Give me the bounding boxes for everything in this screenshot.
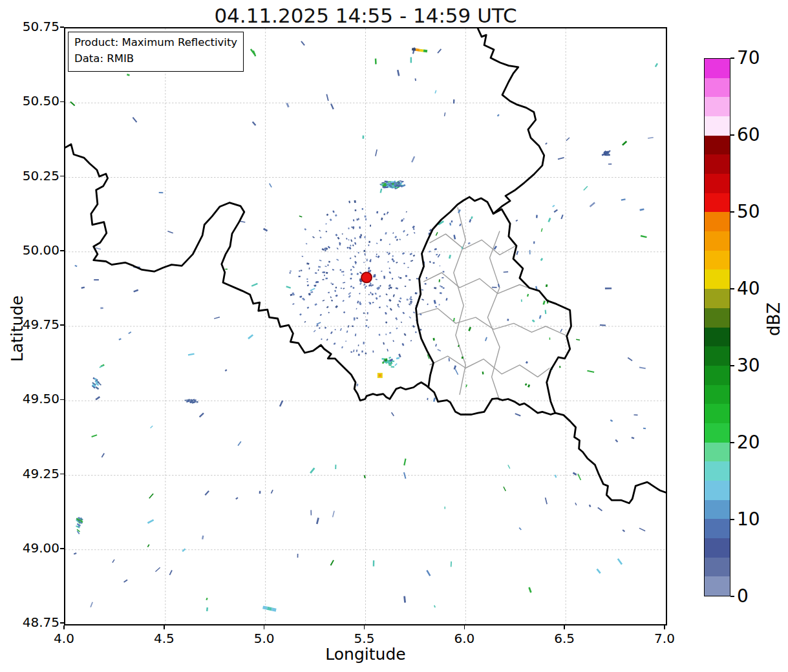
echo-mark <box>410 296 412 298</box>
echo-mark <box>354 242 356 245</box>
echo-mark <box>396 262 398 264</box>
echo-mark <box>409 279 410 280</box>
echo-mark <box>406 211 407 213</box>
echo-mark <box>527 384 530 388</box>
echo-mark <box>169 570 173 575</box>
echo-mark <box>576 339 580 341</box>
echo-mark <box>346 330 348 333</box>
x-tick-label: 7.0 <box>642 631 687 646</box>
colorbar-segment <box>705 327 730 346</box>
echo-mark <box>335 465 336 469</box>
echo-mark <box>307 307 310 309</box>
echo-mark <box>402 252 405 255</box>
echo-mark <box>194 401 196 402</box>
echo-mark <box>147 544 150 547</box>
echo-mark <box>439 279 440 282</box>
echo-mark <box>199 412 204 417</box>
echo-mark <box>335 305 338 308</box>
echo-mark <box>348 201 350 204</box>
echo-mark <box>133 289 138 293</box>
echo-mark <box>575 503 577 505</box>
echo-mark <box>74 552 77 555</box>
echo-mark <box>372 302 374 303</box>
echo-mark <box>410 58 412 63</box>
echo-mark <box>541 228 543 232</box>
echo-mark <box>412 325 415 328</box>
echo-mark <box>363 284 365 286</box>
echo-mark <box>375 59 377 65</box>
echo-mark <box>368 241 370 243</box>
echo-mark <box>432 338 434 341</box>
echo-mark <box>326 278 328 279</box>
echo-mark <box>392 232 394 234</box>
echo-mark <box>643 428 646 430</box>
echo-mark <box>322 272 323 273</box>
radar-figure: 04.11.2025 14:55 - 14:59 UTC Latitude Lo… <box>0 0 788 672</box>
echo-mark <box>438 254 440 258</box>
echo-mark <box>577 474 581 480</box>
echo-mark <box>356 317 358 319</box>
echo-mark <box>410 260 413 262</box>
echo-mark <box>392 255 394 257</box>
colorbar-segment <box>705 481 730 500</box>
echo-mark <box>343 311 345 313</box>
echo-mark <box>449 358 450 361</box>
echo-mark <box>342 233 343 235</box>
echo-mark <box>628 357 633 361</box>
echo-mark <box>429 251 431 253</box>
echo-mark <box>321 248 324 251</box>
echo-mark <box>440 286 442 287</box>
echo-mark <box>363 250 365 252</box>
echo-mark <box>279 400 283 406</box>
echo-mark <box>596 569 601 574</box>
echo-mark <box>95 247 101 250</box>
echo-mark <box>435 306 437 308</box>
echo-mark <box>380 189 383 193</box>
echo-mark <box>301 269 303 271</box>
echo-mark <box>407 267 409 268</box>
echo-mark <box>600 324 606 326</box>
echo-mark <box>597 507 602 511</box>
echo-mark <box>641 235 647 238</box>
echo-mark <box>437 349 441 352</box>
echo-mark <box>485 337 487 341</box>
map-plot-area: Product: Maximum Reflectivity Data: RMIB <box>64 27 667 625</box>
echo-mark <box>403 262 405 264</box>
echo-mark <box>392 278 393 279</box>
echo-mark <box>307 284 309 286</box>
echo-mark <box>434 90 436 93</box>
echo-mark <box>623 529 626 532</box>
echo-mark <box>455 369 458 375</box>
echo-mark <box>332 211 335 213</box>
echo-mark <box>133 117 138 123</box>
echo-mark <box>365 253 366 256</box>
echo-mark <box>402 311 405 314</box>
echo-mark <box>352 287 355 289</box>
echo-mark <box>306 262 309 265</box>
echo-mark <box>359 271 362 274</box>
echo-mark <box>432 262 434 264</box>
echo-mark <box>307 281 308 282</box>
echo-mark <box>299 276 301 277</box>
echo-mark <box>451 562 452 567</box>
echo-mark <box>147 519 154 523</box>
echo-mark <box>471 216 473 220</box>
echo-mark <box>390 272 391 273</box>
echo-mark <box>516 251 518 255</box>
echo-mark <box>204 490 209 496</box>
echo-mark <box>365 218 367 220</box>
echo-mark <box>312 236 315 238</box>
echo-mark <box>443 271 445 272</box>
echo-mark <box>319 327 321 329</box>
echo-mark <box>328 246 330 249</box>
echo-mark <box>100 307 103 309</box>
echo-mark <box>396 328 398 330</box>
echo-mark <box>271 490 273 494</box>
echo-mark <box>587 370 594 373</box>
echo-mark <box>325 223 327 224</box>
echo-mark <box>515 220 518 222</box>
echo-mark <box>526 361 528 364</box>
echo-mark <box>70 101 75 107</box>
plot-title: 04.11.2025 14:55 - 14:59 UTC <box>64 4 667 27</box>
echo-mark <box>413 311 415 313</box>
